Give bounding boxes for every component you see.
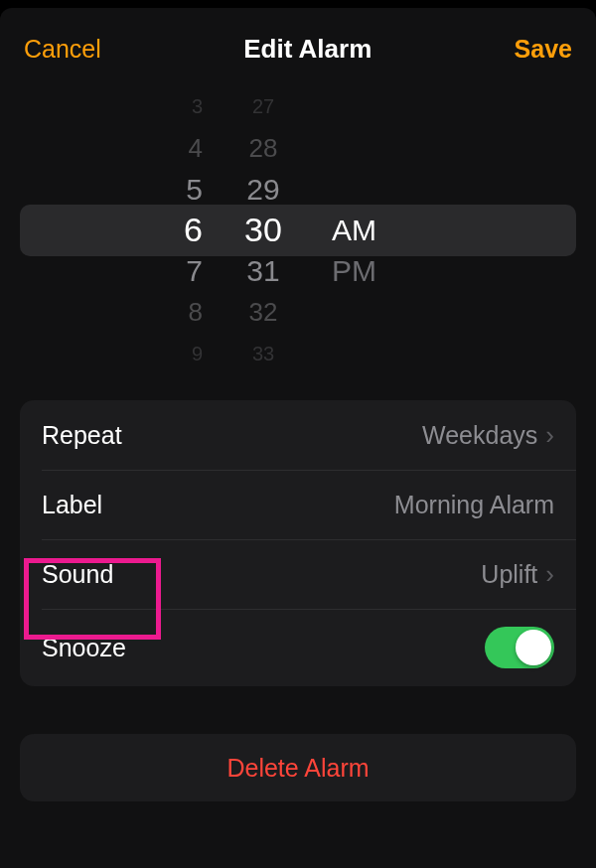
minute-selected[interactable]: 30 <box>244 210 282 250</box>
hour-option[interactable]: 4 <box>163 127 203 168</box>
minute-option[interactable]: 29 <box>246 169 279 210</box>
repeat-value: Weekdays <box>422 421 537 450</box>
snooze-label: Snooze <box>42 634 126 662</box>
save-button[interactable]: Save <box>515 35 572 64</box>
hour-option[interactable]: 8 <box>163 292 203 333</box>
minute-option[interactable]: 31 <box>246 251 279 292</box>
chevron-right-icon: › <box>545 559 554 590</box>
minute-option[interactable]: 28 <box>249 127 278 168</box>
label-value: Morning Alarm <box>394 491 554 519</box>
sound-row[interactable]: Sound Uplift › <box>20 539 576 609</box>
hour-option[interactable]: 5 <box>163 169 203 210</box>
label-label: Label <box>42 491 102 519</box>
modal-header: Cancel Edit Alarm Save <box>0 22 596 76</box>
toggle-knob <box>516 630 551 665</box>
minute-option[interactable]: 27 <box>252 86 274 127</box>
hour-wheel[interactable]: 3 4 5 6 7 8 9 <box>0 86 209 374</box>
hour-option[interactable]: 7 <box>163 251 203 292</box>
hour-option[interactable]: 9 <box>163 334 203 374</box>
delete-alarm-label: Delete Alarm <box>226 754 369 783</box>
snooze-toggle[interactable] <box>485 627 554 668</box>
minute-option[interactable]: 33 <box>252 334 274 374</box>
snooze-row: Snooze <box>20 609 576 686</box>
modal-title: Edit Alarm <box>243 34 372 65</box>
ampm-wheel[interactable]: AM PM <box>318 86 596 374</box>
time-picker[interactable]: 3 4 5 6 7 8 9 27 28 29 30 31 32 33 <box>0 86 596 374</box>
hour-option[interactable]: 3 <box>163 86 203 127</box>
sound-label: Sound <box>42 560 113 589</box>
chevron-right-icon: › <box>545 420 554 451</box>
cancel-button[interactable]: Cancel <box>24 35 101 64</box>
sound-value: Uplift <box>481 560 537 589</box>
settings-group: Repeat Weekdays › Label Morning Alarm So… <box>20 400 576 686</box>
hour-selected[interactable]: 6 <box>163 210 203 250</box>
label-row[interactable]: Label Morning Alarm <box>20 470 576 539</box>
minute-option[interactable]: 32 <box>249 292 278 333</box>
ampm-option[interactable]: PM <box>332 251 376 292</box>
minute-wheel[interactable]: 27 28 29 30 31 32 33 <box>209 86 318 374</box>
repeat-label: Repeat <box>42 421 122 450</box>
delete-alarm-button[interactable]: Delete Alarm <box>20 734 576 801</box>
ampm-selected[interactable]: AM <box>332 210 376 250</box>
repeat-row[interactable]: Repeat Weekdays › <box>20 400 576 470</box>
